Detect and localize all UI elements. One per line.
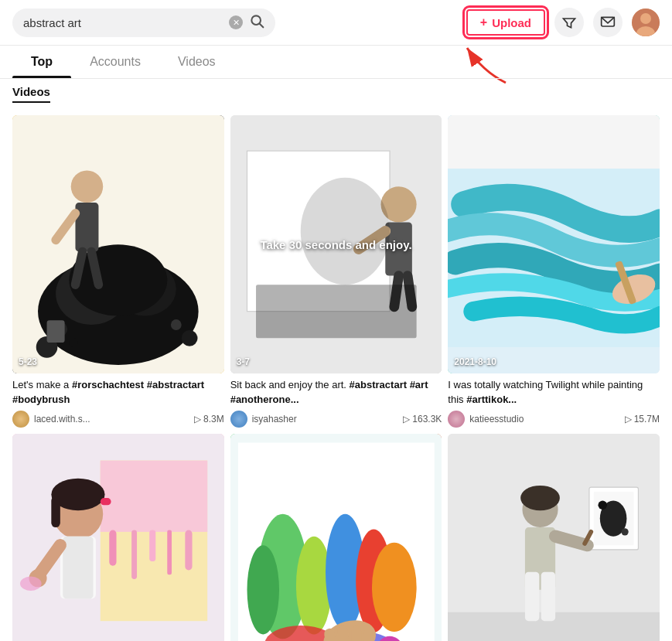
upload-plus-icon: +	[480, 15, 487, 29]
svg-rect-32	[256, 285, 417, 338]
svg-rect-86	[541, 572, 555, 621]
svg-rect-42	[109, 530, 116, 565]
video-author-3: katieesstudio	[469, 414, 619, 424]
svg-rect-19	[75, 203, 98, 251]
svg-point-31	[300, 178, 389, 285]
svg-point-6	[640, 13, 651, 24]
svg-point-18	[71, 171, 104, 203]
video-views-1: ▷ 8.3M	[194, 414, 224, 424]
svg-rect-23	[47, 320, 65, 343]
messages-button[interactable]	[593, 8, 623, 37]
video-thumb-3: 2021-8-10	[448, 115, 660, 373]
author-avatar-1	[12, 411, 29, 428]
view-count-1: 8.3M	[203, 414, 224, 424]
videos-section-header: Videos	[0, 79, 672, 106]
video-meta-2: isyahasher ▷ 163.3K	[230, 411, 442, 428]
video-card-4[interactable]	[12, 434, 224, 641]
tabs-container: Top Accounts Videos	[0, 46, 672, 79]
svg-rect-34	[448, 115, 660, 169]
svg-rect-52	[63, 536, 93, 598]
video-thumb-2: Take 30 seconds and enjoy. 3-7	[230, 115, 442, 373]
search-button[interactable]	[249, 13, 264, 32]
play-icon-2: ▷	[403, 414, 410, 424]
view-count-2: 163.3K	[412, 414, 442, 424]
video-desc-2: Sit back and enjoy the art. #abstractart…	[230, 378, 442, 406]
upload-button[interactable]: + Upload	[466, 9, 545, 36]
svg-point-14	[171, 319, 182, 330]
svg-rect-50	[101, 498, 111, 505]
video-thumb-6	[448, 434, 660, 641]
video-meta-1: laced.with.s... ▷ 8.3M	[12, 411, 224, 428]
video-card-2[interactable]: Take 30 seconds and enjoy. 3-7 Sit back …	[230, 115, 442, 428]
search-input[interactable]	[23, 16, 223, 29]
svg-point-60	[247, 545, 279, 634]
video-thumb-5	[230, 434, 442, 641]
svg-rect-45	[167, 530, 172, 575]
svg-rect-85	[525, 572, 539, 621]
video-desc-1: Let's make a #rorschachtest #abstractart…	[12, 378, 224, 406]
upload-label: Upload	[492, 16, 531, 29]
tab-top[interactable]: Top	[12, 46, 71, 78]
video-views-3: ▷ 15.7M	[625, 414, 660, 424]
video-author-2: isyahasher	[252, 414, 399, 424]
svg-point-83	[520, 486, 560, 510]
svg-point-16	[182, 330, 198, 346]
tabs: Top Accounts Videos	[12, 46, 660, 78]
video-desc-3: I was totally watching Twilight while pa…	[448, 378, 660, 406]
svg-rect-49	[51, 496, 60, 527]
video-author-1: laced.with.s...	[34, 414, 189, 424]
play-icon-3: ▷	[625, 414, 632, 424]
video-badge-2: 3-7	[237, 356, 250, 367]
svg-point-63	[372, 543, 417, 632]
video-card-3[interactable]: 2021-8-10 I was totally watching Twiligh…	[448, 115, 660, 428]
view-count-3: 15.7M	[634, 414, 660, 424]
header: ✕ + Upload	[0, 0, 672, 46]
svg-rect-44	[149, 530, 155, 561]
video-views-2: ▷ 163.3K	[403, 414, 442, 424]
search-bar: ✕	[12, 9, 275, 37]
avatar[interactable]	[632, 9, 660, 36]
author-avatar-3	[448, 411, 465, 428]
video-card-5[interactable]	[230, 434, 442, 641]
svg-point-55	[20, 576, 42, 590]
tab-videos[interactable]: Videos	[159, 46, 234, 78]
author-avatar-2	[230, 411, 247, 428]
clear-search-button[interactable]: ✕	[229, 15, 243, 29]
tab-accounts[interactable]: Accounts	[71, 46, 159, 78]
svg-marker-3	[564, 19, 575, 28]
svg-rect-41	[101, 460, 207, 531]
svg-point-80	[599, 500, 608, 510]
video-card-1[interactable]: 5-23 Let's make a #rorschachtest #abstra…	[12, 115, 224, 428]
svg-line-1	[260, 23, 264, 27]
video-thumb-4	[12, 434, 224, 641]
video-grid: 5-23 Let's make a #rorschachtest #abstra…	[0, 106, 672, 641]
video-badge-1: 5-23	[19, 356, 37, 367]
svg-point-81	[622, 528, 629, 535]
video-badge-3: 2021-8-10	[454, 356, 496, 367]
svg-rect-46	[185, 530, 192, 570]
svg-rect-43	[131, 530, 137, 578]
video-overlay-2: Take 30 seconds and enjoy.	[251, 237, 421, 253]
video-card-6[interactable]	[448, 434, 660, 641]
video-thumb-1: 5-23	[12, 115, 224, 373]
svg-rect-72	[351, 626, 361, 641]
video-meta-3: katieesstudio ▷ 15.7M	[448, 411, 660, 428]
play-icon-1: ▷	[194, 414, 201, 424]
svg-point-15	[69, 338, 78, 347]
filter-button[interactable]	[554, 8, 584, 37]
videos-label: Videos	[12, 85, 50, 103]
